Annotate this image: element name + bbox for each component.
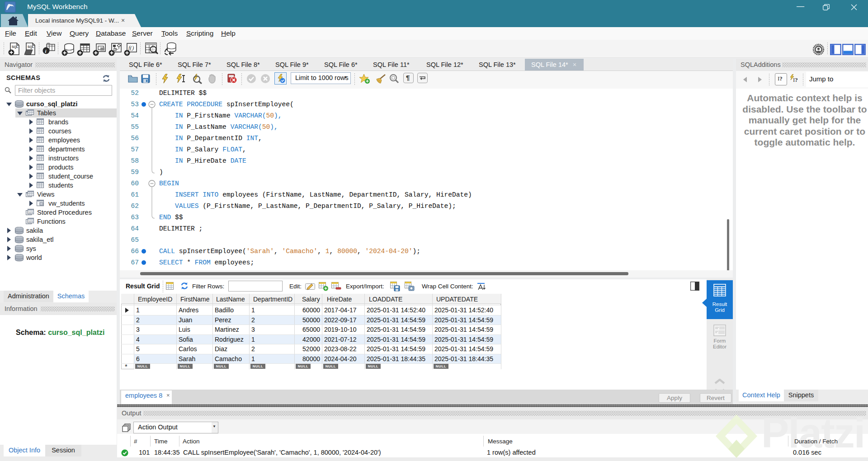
svg-text:f(): f() bbox=[128, 44, 134, 51]
svg-text:SQL: SQL bbox=[12, 45, 19, 49]
svg-text:SQL: SQL bbox=[28, 45, 34, 49]
